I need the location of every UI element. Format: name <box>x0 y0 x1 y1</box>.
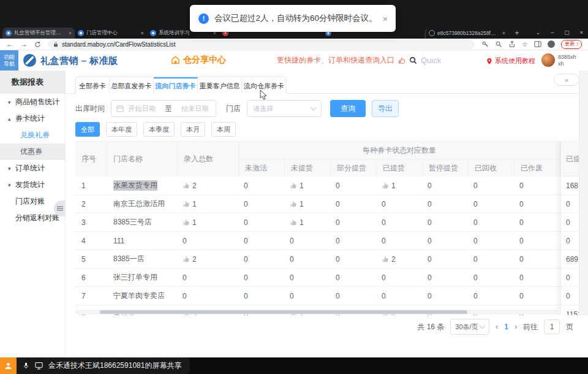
tutorial-link[interactable]: 系统使用教程 <box>486 56 535 66</box>
tab-1[interactable]: 全部券卡 <box>76 77 110 94</box>
expand-panel-button[interactable]: » <box>554 74 579 86</box>
tab-3[interactable]: 流向门店券卡 <box>154 77 198 94</box>
tab-title: 门店管理中心 <box>86 29 118 37</box>
count-link[interactable]: 1 <box>285 177 331 194</box>
browser-tab[interactable]: 门店管理中心× <box>75 28 147 39</box>
window-chevron-down-icon[interactable]: ⌄ <box>536 29 541 36</box>
goto-label: 前往 <box>523 322 538 332</box>
count-link[interactable]: 1 <box>178 213 239 231</box>
table-row[interactable]: 2南京王总激活用10100000 <box>75 195 588 213</box>
bookmark-star-icon[interactable]: ☆ <box>522 41 528 48</box>
cell-status-value: 0 <box>519 218 524 227</box>
sidebar-item[interactable]: ▾发货统计 <box>0 177 65 193</box>
table-row[interactable]: 1水果发货专用20101000 <box>75 177 588 195</box>
url-bar[interactable]: standard.maboy.cn/CardFlowStatisticsList <box>48 40 475 49</box>
quick-filter-button[interactable]: 本周 <box>211 122 236 137</box>
quick-filter-button[interactable]: 全部 <box>75 122 100 137</box>
current-page-number[interactable]: 1 <box>504 322 508 331</box>
cell-status-value: 0 <box>290 273 294 282</box>
profile-avatar[interactable] <box>548 40 555 48</box>
quick-filter-button[interactable]: 本季度 <box>143 122 175 137</box>
mouse-cursor <box>260 90 268 101</box>
table-row[interactable]: 58385一店20002000 <box>75 250 588 269</box>
cell-total-value: 0 <box>183 273 187 282</box>
tab-close-icon[interactable]: × <box>67 30 72 36</box>
next-page-button[interactable]: › <box>514 322 517 331</box>
sidebar-item[interactable]: ▾订单统计 <box>0 160 65 177</box>
count-link[interactable]: 1 <box>285 213 331 231</box>
share-center-link[interactable]: 仓分享中心 <box>171 55 226 66</box>
table-row[interactable]: 38385三号店10100000 <box>75 213 588 232</box>
goto-page-input[interactable]: 1 <box>544 319 560 334</box>
sidebar-item[interactable]: ▴券卡统计 <box>0 110 65 127</box>
count-link[interactable]: 1 <box>178 195 239 213</box>
main-content: 全部券卡总部直发券卡流向门店券卡重要客户信息流向仓库券卡 » 出库时间 开始日期… <box>66 71 588 357</box>
count-link[interactable]: 1 <box>377 177 423 194</box>
sidebar-item[interactable]: 兑换礼券 <box>0 127 65 143</box>
store-select[interactable]: 请选择 <box>247 100 322 117</box>
app-header: 功能导航 礼盒营销 – 标准版 仓分享中心 更快捷的券卡、订单和快递查询入口 Q… <box>0 50 588 71</box>
update-button[interactable]: 更新 ! <box>561 40 582 49</box>
browser-tab[interactable]: e8c573980b1328a258fd2e6ft× <box>425 28 508 39</box>
export-button[interactable]: 导出 <box>372 100 399 117</box>
table-row[interactable]: 6张三打单专用00000000 <box>75 269 588 287</box>
browser-tab[interactable]: 礼盒营销平台管理中心× <box>2 28 75 39</box>
sidebar-item[interactable]: ▾商品销售统计 <box>0 94 65 110</box>
count-link[interactable]: 2 <box>178 250 239 268</box>
side-panel-icon[interactable] <box>534 40 541 48</box>
user-avatar[interactable] <box>541 53 555 67</box>
count-link-value: 1 <box>300 200 304 208</box>
tab-close-icon[interactable]: × <box>500 30 505 36</box>
cell-seq: 1 <box>75 177 107 194</box>
page-size-select[interactable]: 30条/页 <box>450 319 489 335</box>
key-icon[interactable] <box>481 40 489 48</box>
table-header: 序号门店名称录入总数每种券卡状态对应数量未激活未提货部分提货已提货暂停提货已回收… <box>75 142 588 177</box>
content-tabs-row: 全部券卡总部直发券卡流向门店券卡重要客户信息流向仓库券卡 <box>66 77 588 94</box>
window-minimize-button[interactable]: – <box>551 29 554 36</box>
cell-status-value: 0 <box>336 200 340 208</box>
window-maximize-button[interactable]: ▢ <box>564 29 570 36</box>
new-tab-button[interactable]: + <box>512 29 522 37</box>
tab-close-icon[interactable]: × <box>139 30 144 36</box>
quick-entry[interactable]: 更快捷的券卡、订单和快递查询入口 Quick <box>277 55 441 66</box>
window-close-button[interactable]: × <box>580 29 583 36</box>
count-link[interactable]: 2 <box>178 177 239 194</box>
count-link[interactable]: 1 <box>285 195 331 213</box>
count-link[interactable]: 2 <box>377 250 423 268</box>
cell-status-value: 0 <box>519 273 524 282</box>
cell-status: 0 <box>469 177 514 194</box>
tab-4[interactable]: 重要客户信息 <box>198 77 242 94</box>
search-button[interactable]: 查询 <box>330 100 366 117</box>
date-range-input[interactable]: 开始日期 至 结束日期 <box>111 100 216 117</box>
toast-close-icon[interactable]: × <box>383 14 388 23</box>
sidebar-collapse-handle[interactable] <box>54 200 66 216</box>
zoom-icon[interactable] <box>495 40 502 48</box>
cell-seq: 7 <box>75 287 107 305</box>
table-row[interactable]: 411100000000 <box>75 232 588 250</box>
prev-page-button[interactable]: ‹ <box>496 322 498 331</box>
cell-status-value: 0 <box>244 218 248 227</box>
cell-status-value: 0 <box>290 292 294 300</box>
statistics-table: 序号门店名称录入总数每种券卡状态对应数量未激活未提货部分提货已提货暂停提货已回收… <box>75 141 588 315</box>
tab-2[interactable]: 总部直发券卡 <box>110 77 154 94</box>
count-link-value: 1 <box>300 181 304 190</box>
function-nav-button[interactable]: 功能导航 <box>0 50 18 71</box>
share-icon[interactable] <box>508 40 516 48</box>
cell-status-value: 0 <box>290 237 294 245</box>
cell-status: 0 <box>469 287 514 305</box>
cell-status-value: 0 <box>473 181 478 190</box>
quick-filter-button[interactable]: 本月 <box>181 122 205 137</box>
sidebar-item[interactable]: 优惠券 <box>0 143 65 160</box>
cell-total: 0 <box>178 287 239 305</box>
reload-icon[interactable] <box>34 41 41 48</box>
microphone-icon <box>23 362 29 370</box>
table-row[interactable]: 7宁夏羊肉专卖店00000000 <box>75 287 588 305</box>
pointer-hand-icon <box>290 182 297 189</box>
horizontal-scrollbar[interactable] <box>75 310 560 315</box>
scrollbar-thumb[interactable] <box>100 310 467 314</box>
forward-icon[interactable]: → <box>20 40 28 48</box>
quick-filter-button[interactable]: 本年度 <box>106 122 137 137</box>
back-icon[interactable]: ← <box>6 40 13 48</box>
cell-status: 0 <box>423 177 469 194</box>
cell-status-value: 0 <box>428 237 432 245</box>
